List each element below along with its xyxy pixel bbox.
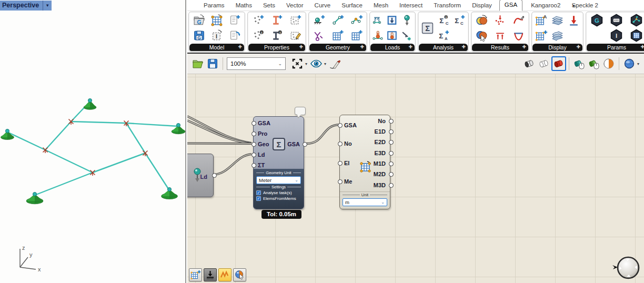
sigma-c-plus-icon[interactable]: ΣC <box>452 13 466 27</box>
getgeo-input-port-me[interactable] <box>338 179 343 184</box>
gsa-open-icon[interactable]: G <box>192 13 206 27</box>
diagram-icon[interactable] <box>511 28 526 43</box>
gem-green-button[interactable] <box>587 56 601 71</box>
points-plus-icon[interactable] <box>251 13 265 27</box>
points-info-icon[interactable]: i <box>251 28 265 43</box>
analyse-input-port-pro[interactable] <box>251 132 256 136</box>
analyse-output-port[interactable] <box>303 142 307 147</box>
grav-load-icon[interactable] <box>385 13 399 27</box>
venn-arrow-icon[interactable] <box>475 13 489 27</box>
hex-grid-icon[interactable] <box>629 28 643 43</box>
model-grid-icon[interactable] <box>210 13 224 27</box>
load-output-port[interactable] <box>212 173 217 178</box>
section-plus-icon[interactable] <box>269 13 284 27</box>
analyse-input-port-ld[interactable] <box>251 153 256 157</box>
gsa-save-icon[interactable]: G <box>192 28 206 43</box>
doc-arrow-icon[interactable] <box>228 28 242 43</box>
ribbon-group-expand-icon[interactable]: ✚ <box>522 44 526 49</box>
tab-sets[interactable]: Sets <box>259 1 279 11</box>
analyse-input-port-gsa[interactable] <box>251 121 256 126</box>
geometry-unit-select[interactable]: Meter ⌄ <box>256 176 301 184</box>
canvas-navigation-ball[interactable] <box>608 255 641 280</box>
tab-vector[interactable]: Vector <box>283 1 307 11</box>
tab-curve[interactable]: Curve <box>311 1 335 11</box>
ball-orange-button[interactable] <box>601 56 616 71</box>
analyse-input-port-geo[interactable] <box>251 142 256 147</box>
getgeo-input-port-gsa[interactable] <box>338 123 343 128</box>
checkbox-elemsfrommems[interactable]: ✓ElemsFromMems <box>254 195 304 201</box>
sigma-a-plus-icon[interactable]: ΣA <box>436 28 450 43</box>
hex-node-icon[interactable] <box>629 13 643 27</box>
viewport-title-dropdown[interactable]: ▼ <box>43 1 52 11</box>
hex-list-icon[interactable] <box>609 13 623 27</box>
ribbon-group-expand-icon[interactable]: ✚ <box>408 44 412 49</box>
component-note-bubble[interactable] <box>295 107 306 115</box>
tab-surface[interactable]: Surface <box>338 1 366 11</box>
elem1d-plus-icon[interactable] <box>330 13 345 27</box>
sphere-blue-button[interactable] <box>622 56 637 71</box>
gh-canvas[interactable]: Ld Σ Geometry Unit Meter ⌄ Settings ✓Ana… <box>187 74 644 283</box>
tab-maths[interactable]: Maths <box>232 1 256 11</box>
getgeo-output-port-no[interactable] <box>389 119 394 124</box>
gem-teal-button[interactable] <box>572 56 587 71</box>
model-edit-icon[interactable]: I <box>210 28 224 43</box>
curve-pencil-icon[interactable] <box>511 13 526 27</box>
pen-button[interactable] <box>328 56 343 71</box>
rhino-viewport[interactable]: zyx Perspective ▼ <box>0 0 186 283</box>
download-dark-button[interactable] <box>204 268 217 281</box>
node-pin-icon[interactable] <box>400 13 414 27</box>
grid-plus-icon[interactable] <box>534 28 548 43</box>
getgeo-output-port-e1d[interactable] <box>389 129 394 134</box>
zoom-level-select[interactable]: 100%⌄ <box>227 57 286 70</box>
tab-display[interactable]: Display <box>468 1 496 11</box>
zigzag-button[interactable] <box>218 268 232 281</box>
doc-plus-icon[interactable] <box>228 13 242 27</box>
sphere-cursor-button[interactable] <box>233 268 246 281</box>
getgeo-output-port-m2d[interactable] <box>389 172 394 177</box>
thermo-box-icon[interactable] <box>385 28 399 43</box>
component-load[interactable]: Ld <box>187 154 214 197</box>
getgeo-output-port-e2d[interactable] <box>389 140 394 145</box>
dropdown-caret-icon[interactable]: ▾ <box>637 62 639 66</box>
prop2d-plus-icon[interactable] <box>288 13 303 27</box>
sigma-c-info-icon[interactable]: ΣCi <box>436 13 450 27</box>
dropdown-caret-icon[interactable]: ▾ <box>305 62 307 66</box>
arrow-node-icon[interactable] <box>400 28 414 43</box>
getgeo-output-port-m3d[interactable] <box>389 183 394 188</box>
elem2d-plus-icon[interactable] <box>330 28 345 43</box>
grid-plus-sm-button[interactable] <box>189 268 202 281</box>
checkbox-analyse-task-s-[interactable]: ✓Analyse task(s) <box>254 189 304 195</box>
ribbon-group-expand-icon[interactable]: ✚ <box>299 44 303 49</box>
dots-arrow-icon[interactable] <box>493 13 507 27</box>
support-plus-icon[interactable] <box>312 13 326 27</box>
grid-a-icon[interactable]: A <box>534 13 548 27</box>
cyl-red-button[interactable] <box>551 56 566 71</box>
beam-load-icon[interactable] <box>371 13 385 27</box>
thermo-line-icon[interactable] <box>371 28 385 43</box>
prop-edit-icon[interactable] <box>288 28 303 43</box>
tab-mesh[interactable]: Mesh <box>370 1 392 11</box>
section-info-icon[interactable]: i <box>269 28 284 43</box>
tab-transform[interactable]: Transform <box>430 1 465 11</box>
ribbon-group-expand-icon[interactable]: ✚ <box>576 44 580 49</box>
layers-curve-icon[interactable] <box>550 28 565 43</box>
cyl-outline-button[interactable] <box>537 56 551 71</box>
cyl-dark-button[interactable] <box>522 56 537 71</box>
ribbon-group-expand-icon[interactable]: ✚ <box>238 44 242 49</box>
mem2d-plus-icon[interactable] <box>349 28 364 43</box>
getgeo-output-port-e3d[interactable] <box>389 151 394 156</box>
hex-g-icon[interactable]: G <box>590 13 604 27</box>
viewport-title-label[interactable]: Perspective <box>0 1 43 11</box>
tab-params[interactable]: Params <box>200 1 228 11</box>
tab-intersect[interactable]: Intersect <box>396 1 426 11</box>
layers-icon[interactable] <box>550 13 565 27</box>
up-arrows-icon[interactable] <box>493 28 507 43</box>
ribbon-group-expand-icon[interactable]: ✚ <box>640 44 644 49</box>
folder-open-button[interactable] <box>190 56 205 71</box>
red-down-icon[interactable] <box>567 13 581 27</box>
unit-select[interactable]: m ⌄ <box>343 198 387 206</box>
tab-gsa[interactable]: GSA <box>499 0 522 11</box>
menu-overflow-icon[interactable]: ▾ <box>572 4 575 8</box>
getgeo-output-port-m1d[interactable] <box>389 161 394 166</box>
save-button[interactable] <box>205 56 220 71</box>
